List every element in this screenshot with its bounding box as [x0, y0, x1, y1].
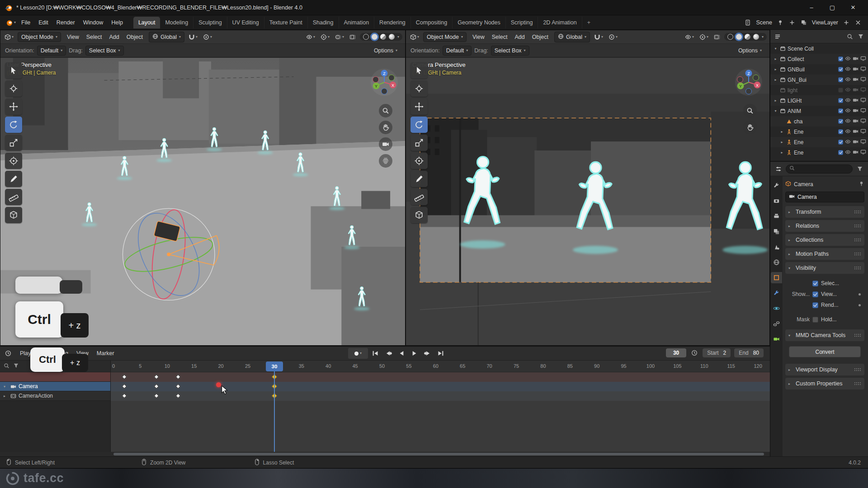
options-dropdown[interactable]: Options▾ — [371, 46, 401, 55]
viewport-pan-button[interactable] — [743, 121, 757, 134]
camera-visibility-icon[interactable] — [853, 139, 859, 146]
exclude-checkbox[interactable] — [838, 77, 843, 82]
convert-button[interactable]: Convert — [789, 346, 861, 357]
mode-dropdown[interactable]: Object Mode▾ — [18, 32, 61, 42]
panel-header-custom-properties[interactable]: ▸Custom Properties — [785, 378, 864, 389]
scene-browse-icon[interactable] — [743, 19, 752, 27]
outliner-row-anim[interactable]: ▾ANIM — [770, 106, 868, 116]
xray-toggle[interactable] — [712, 33, 722, 41]
filter-icon[interactable] — [855, 165, 864, 173]
camera-visibility-icon[interactable] — [853, 56, 859, 63]
viewport-visibility-icon[interactable] — [860, 97, 866, 104]
panel-header-collections[interactable]: ▸Collections — [785, 234, 864, 246]
viewport-canvas-right[interactable]: Camera Perspective (30) LIGHt | Camera Z… — [406, 58, 769, 345]
navigation-axis-gizmo[interactable]: Z X Y — [370, 68, 399, 98]
overlays-dropdown[interactable]: ▾ — [334, 33, 345, 41]
panel-header-viewport-display[interactable]: ▸Viewport Display — [785, 364, 864, 375]
minimize-button[interactable]: – — [801, 0, 822, 15]
orientation-default-dropdown[interactable]: Default▾ — [37, 46, 66, 56]
search-icon[interactable] — [4, 363, 9, 370]
drag-dropdown[interactable]: Select Box▾ — [491, 46, 529, 56]
tool-select-box[interactable] — [410, 62, 428, 79]
editor-type-button[interactable]: ▾ — [3, 33, 15, 41]
viewport-menu-view[interactable]: View — [64, 33, 82, 42]
expand-arrow[interactable]: ▸ — [779, 140, 784, 144]
workspace-tab-shading[interactable]: Shading — [308, 17, 339, 28]
panel-grip[interactable] — [854, 238, 861, 242]
hide-eye-icon[interactable] — [845, 128, 851, 136]
shading-material[interactable] — [745, 34, 750, 40]
visibility-dropdown[interactable]: ▾ — [684, 33, 695, 41]
timeline-menu-marker[interactable]: Marker — [93, 349, 118, 358]
viewport-visibility-icon[interactable] — [860, 56, 866, 63]
menu-file[interactable]: File — [17, 18, 34, 28]
rend-checkbox[interactable] — [812, 302, 818, 308]
panel-header-transform[interactable]: ▸Transform — [785, 206, 864, 218]
transport-next-keyframe[interactable] — [422, 348, 434, 359]
exclude-checkbox[interactable] — [838, 56, 843, 61]
exclude-checkbox[interactable] — [838, 88, 843, 93]
properties-tab-tool[interactable] — [771, 180, 782, 191]
expand-arrow[interactable]: ▸ — [773, 99, 778, 103]
viewport-menu-add[interactable]: Add — [512, 33, 528, 42]
properties-tab-constraints[interactable] — [771, 318, 782, 329]
tool-measure[interactable] — [410, 189, 428, 205]
viewport-menu-add[interactable]: Add — [106, 33, 123, 42]
channel-cameraaction[interactable]: ▸CameraAction — [0, 391, 110, 401]
viewport-pan-button[interactable] — [379, 121, 392, 134]
hide-eye-icon[interactable] — [845, 139, 851, 146]
tool-rotate[interactable] — [410, 117, 428, 133]
hide-eye-icon[interactable] — [845, 118, 851, 125]
shading-solid[interactable] — [736, 34, 742, 40]
camera-visibility-icon[interactable] — [853, 108, 859, 115]
timeline-ruler[interactable]: 0510152025303540455055606570758085909510… — [0, 361, 770, 372]
pin-icon[interactable] — [859, 181, 864, 188]
outliner-row-cha[interactable]: cha — [770, 116, 868, 127]
viewport-visibility-icon[interactable] — [860, 118, 866, 125]
visibility-dropdown[interactable]: ▾ — [305, 33, 316, 41]
filter-icon[interactable] — [13, 363, 19, 370]
panel-header-motion-paths[interactable]: ▸Motion Paths — [785, 248, 864, 260]
search-icon[interactable] — [845, 33, 854, 41]
viewport-menu-object[interactable]: Object — [529, 33, 552, 42]
exclude-checkbox[interactable] — [838, 67, 843, 72]
panel-grip[interactable] — [854, 368, 861, 371]
tool-transform[interactable] — [5, 153, 22, 169]
current-frame-field[interactable]: 30 — [666, 348, 686, 357]
camera-visibility-icon[interactable] — [853, 128, 859, 136]
view-checkbox[interactable] — [812, 291, 818, 297]
exclude-checkbox[interactable] — [838, 108, 843, 113]
panel-grip[interactable] — [854, 266, 861, 270]
outliner-row-ene[interactable]: ▸Ene — [770, 137, 868, 147]
properties-tab-scene[interactable] — [771, 241, 782, 253]
viewport-menu-select[interactable]: Select — [83, 33, 105, 42]
outliner-row-gnbuil[interactable]: ▸GNBuil — [770, 64, 868, 75]
gizmos-dropdown[interactable]: ▾ — [319, 33, 331, 41]
frame-end-field[interactable]: End80 — [734, 348, 764, 357]
transport-play-reverse[interactable] — [396, 348, 407, 359]
transport-jump-start[interactable] — [369, 348, 381, 359]
exclude-checkbox[interactable] — [838, 150, 843, 155]
camera-visibility-icon[interactable] — [853, 87, 859, 94]
panel-header-visibility[interactable]: ▾Visibility — [785, 262, 864, 274]
transport-jump-end[interactable] — [435, 348, 447, 359]
tool-rotate[interactable] — [5, 117, 22, 133]
shading-solid[interactable] — [372, 34, 377, 40]
expand-arrow[interactable]: ▾ — [773, 109, 778, 113]
xray-toggle[interactable] — [348, 33, 357, 41]
viewport-visibility-icon[interactable] — [860, 76, 866, 84]
outliner-row-ene[interactable]: ▸Ene — [770, 147, 868, 158]
expand-arrow[interactable]: ▸ — [773, 57, 778, 61]
filter-icon[interactable] — [856, 33, 865, 41]
tool-cursor[interactable] — [5, 80, 22, 97]
scrollbar-thumb[interactable] — [113, 453, 764, 455]
properties-tab-modifiers[interactable] — [771, 287, 782, 299]
hide-eye-icon[interactable] — [845, 66, 851, 73]
shading-material[interactable] — [380, 34, 386, 40]
tool-cursor[interactable] — [410, 80, 428, 97]
hide-eye-icon[interactable] — [845, 87, 851, 94]
snap-toggle[interactable]: ▾ — [187, 33, 199, 41]
channel-summary[interactable] — [0, 372, 110, 382]
camera-visibility-icon[interactable] — [853, 149, 859, 156]
workspace-add-button[interactable]: + — [582, 17, 595, 28]
